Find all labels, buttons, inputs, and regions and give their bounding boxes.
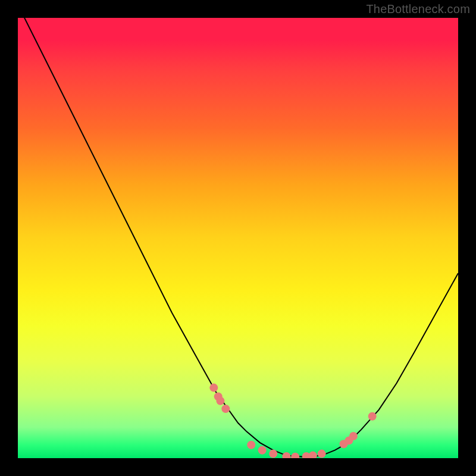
marker-dot (269, 450, 277, 458)
marker-dot (221, 405, 230, 413)
marker-dot (247, 441, 255, 449)
marker-dot (216, 397, 224, 405)
chart-svg (18, 18, 458, 458)
chart-area (18, 18, 458, 458)
bottleneck-curve (18, 18, 458, 457)
marker-dot (291, 453, 299, 458)
marker-dot (349, 432, 358, 440)
marker-dot (368, 412, 377, 421)
marker-dot (258, 446, 267, 455)
marker-dot (309, 452, 317, 458)
marker-dot (318, 450, 326, 458)
marker-dot (209, 384, 218, 392)
marker-dot (282, 452, 290, 458)
marker-group (209, 384, 376, 458)
attribution-text: TheBottleneck.com (366, 2, 470, 16)
